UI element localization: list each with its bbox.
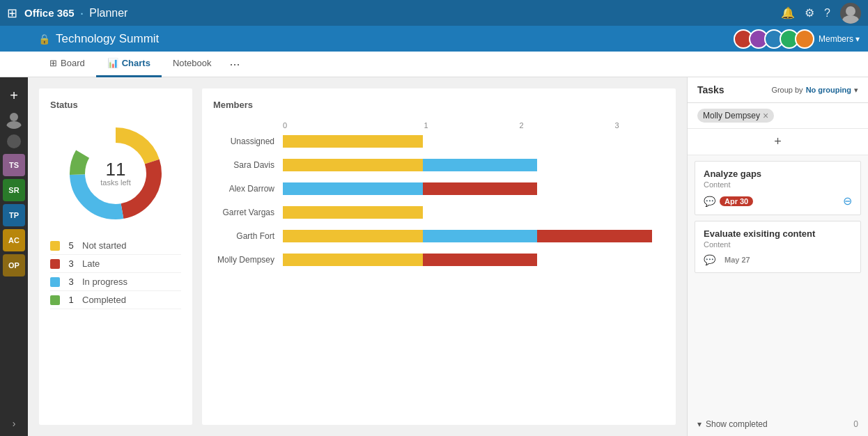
members-section: Members ▾ bbox=[734, 29, 860, 49]
bar-area bbox=[283, 206, 665, 219]
bar-area bbox=[283, 159, 665, 171]
tasks-header: Tasks Group by No grouping ▾ bbox=[688, 77, 868, 103]
tasks-left-label: tasks left bbox=[100, 178, 130, 187]
legend-count: 5 bbox=[65, 240, 77, 251]
svg-point-1 bbox=[842, 15, 859, 24]
bar-area bbox=[283, 182, 665, 195]
show-completed-label: Show completed bbox=[706, 419, 768, 429]
axis-label: 3 bbox=[569, 121, 665, 130]
lock-icon: 🔒 bbox=[38, 33, 50, 45]
filter-chip-remove[interactable]: × bbox=[763, 110, 768, 121]
tasks-body: Analyze gaps Content 💬 Apr 30 ⊖ Evaluate… bbox=[688, 155, 868, 412]
legend: 5 Not started 3 Late 3 In progress 1 Com… bbox=[50, 237, 181, 309]
task-footer: 💬 Apr 30 ⊖ bbox=[704, 194, 852, 208]
bar-area bbox=[283, 230, 665, 242]
axis-label: 0 bbox=[283, 121, 378, 130]
tasks-filter: Molly Dempsey × bbox=[688, 103, 868, 129]
axis-label: 1 bbox=[378, 121, 474, 130]
sidebar-item-sr[interactable]: SR bbox=[3, 179, 25, 201]
sidebar-item-op[interactable]: OP bbox=[3, 254, 25, 277]
tab-charts[interactable]: 📊 Charts bbox=[96, 52, 162, 77]
grid-icon[interactable]: ⊞ bbox=[7, 6, 17, 21]
legend-text: Not started bbox=[82, 240, 127, 251]
member-avatars bbox=[734, 29, 814, 49]
bar-segment bbox=[283, 135, 423, 148]
add-task-icon: + bbox=[774, 134, 782, 149]
task-title: Evaluate exisiting content bbox=[704, 228, 852, 239]
status-title: Status bbox=[50, 100, 181, 110]
topbar: ⊞ Office 365 · Planner 🔔 ⚙ ? bbox=[0, 0, 868, 26]
show-completed-button[interactable]: ▾ Show completed 0 bbox=[688, 412, 868, 436]
sidebar-item-tp[interactable]: TP bbox=[3, 204, 25, 226]
more-icon: ··· bbox=[230, 57, 240, 72]
bar-row: Alex Darrow bbox=[213, 181, 665, 196]
legend-count: 3 bbox=[65, 277, 77, 287]
legend-item: 3 Late bbox=[50, 255, 181, 273]
members-button[interactable]: Members ▾ bbox=[819, 34, 860, 44]
bar-row: Molly Dempsey bbox=[213, 252, 665, 267]
groupby-label: Group by bbox=[771, 86, 803, 94]
sidebar-icon2[interactable] bbox=[4, 132, 24, 151]
legend-color bbox=[50, 241, 60, 251]
settings-icon[interactable]: ⚙ bbox=[805, 6, 814, 20]
bar-row: Garret Vargas bbox=[213, 205, 665, 220]
notification-icon[interactable]: 🔔 bbox=[781, 6, 795, 20]
sidebar-item-ac[interactable]: AC bbox=[3, 229, 25, 251]
sidebar-item-ts[interactable]: TS bbox=[3, 154, 25, 176]
bar-row: Sara Davis bbox=[213, 157, 665, 173]
bar-segment bbox=[423, 254, 537, 266]
dot-separator: · bbox=[80, 5, 84, 21]
bar-label: Garth Fort bbox=[213, 231, 283, 241]
planner-label: Planner bbox=[89, 7, 127, 20]
add-task-button[interactable]: + bbox=[688, 129, 868, 155]
sidebar-user-icon[interactable] bbox=[4, 109, 24, 129]
bar-segment bbox=[423, 159, 537, 171]
axis-label: 2 bbox=[474, 121, 569, 130]
help-icon[interactable]: ? bbox=[824, 7, 830, 20]
show-completed-count: 0 bbox=[853, 419, 858, 429]
chart-title: Members bbox=[213, 100, 665, 110]
nav-more[interactable]: ··· bbox=[223, 57, 247, 72]
task-card: Analyze gaps Content 💬 Apr 30 ⊖ bbox=[695, 161, 861, 215]
donut-chart: 11 tasks left bbox=[50, 121, 181, 226]
tab-notebook[interactable]: Notebook bbox=[162, 52, 223, 77]
bar-segment bbox=[283, 254, 423, 266]
bar-label: Molly Dempsey bbox=[213, 255, 283, 265]
groupby-value[interactable]: No grouping bbox=[806, 86, 851, 94]
bar-segment bbox=[423, 182, 537, 195]
legend-text: In progress bbox=[82, 277, 127, 287]
svg-point-2 bbox=[10, 113, 18, 121]
sidebar-expand-icon[interactable]: › bbox=[13, 418, 16, 429]
chart-axis: 0123 bbox=[213, 121, 665, 130]
content-area: Status 11 tasks left bbox=[28, 77, 687, 436]
user-avatar[interactable] bbox=[840, 3, 861, 24]
legend-item: 3 In progress bbox=[50, 273, 181, 291]
filter-chip-label: Molly Dempsey bbox=[703, 111, 760, 120]
charts-label: Charts bbox=[122, 58, 150, 68]
board-icon: ⊞ bbox=[49, 58, 57, 68]
bar-label: Garret Vargas bbox=[213, 208, 283, 217]
member-avatar-5[interactable] bbox=[795, 29, 814, 49]
sidebar-add-button[interactable]: + bbox=[3, 84, 25, 107]
bar-segment bbox=[423, 230, 537, 242]
task-remove-icon[interactable]: ⊖ bbox=[843, 194, 852, 208]
legend-text: Late bbox=[82, 258, 100, 269]
charts-icon: 📊 bbox=[107, 58, 118, 68]
legend-color bbox=[50, 277, 60, 287]
notebook-label: Notebook bbox=[173, 58, 212, 68]
tab-board[interactable]: ⊞ Board bbox=[38, 52, 96, 77]
bar-label: Unassigned bbox=[213, 137, 283, 146]
bar-segment bbox=[537, 230, 651, 242]
legend-text: Completed bbox=[82, 295, 126, 305]
legend-item: 1 Completed bbox=[50, 291, 181, 309]
bar-label: Alex Darrow bbox=[213, 184, 283, 194]
task-title: Analyze gaps bbox=[704, 169, 852, 179]
subheader: 🔒 Technology Summit Members ▾ bbox=[0, 26, 868, 52]
bar-segment bbox=[283, 182, 423, 195]
svg-point-3 bbox=[6, 121, 22, 129]
tasks-left-count: 11 bbox=[100, 160, 130, 178]
legend-count: 1 bbox=[65, 295, 77, 305]
bar-row: Unassigned bbox=[213, 134, 665, 149]
topbar-icons: 🔔 ⚙ ? bbox=[781, 3, 861, 24]
chevron-down-icon: ▾ bbox=[697, 419, 702, 429]
